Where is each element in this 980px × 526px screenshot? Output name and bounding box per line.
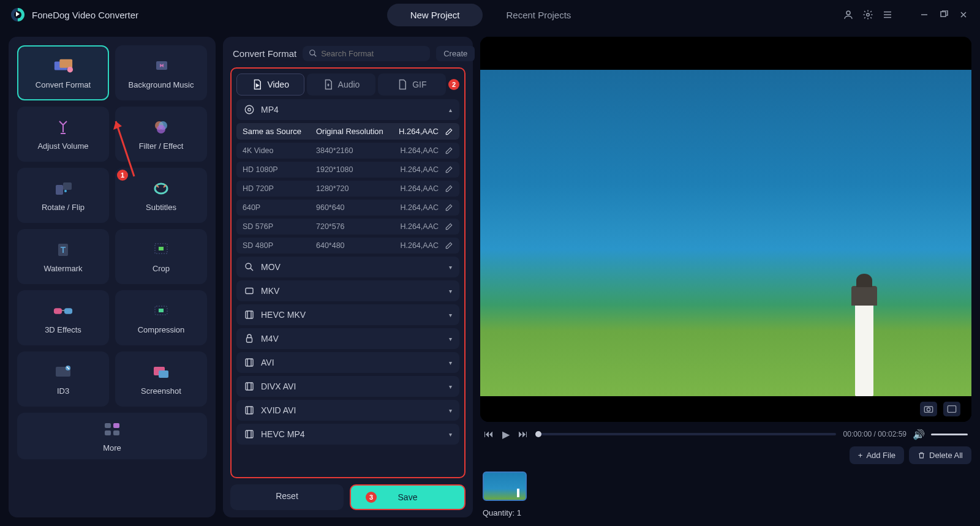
tool-convert-format[interactable]: Convert Format: [17, 45, 109, 100]
format-label: HEVC MKV: [261, 310, 306, 320]
save-label: Save: [398, 492, 418, 502]
format-list[interactable]: MP4▴ Same as SourceOriginal ResolutionH.…: [236, 99, 459, 472]
tool-rotate-flip[interactable]: Rotate / Flip: [17, 168, 109, 223]
add-file-button[interactable]: +Add File: [850, 446, 904, 464]
tool-adjust-volume[interactable]: Adjust Volume: [17, 107, 109, 162]
svg-point-29: [310, 50, 315, 55]
create-button[interactable]: Create: [436, 46, 475, 61]
tool-label: Adjust Volume: [37, 141, 88, 151]
format-label: XVID AVI: [261, 405, 296, 415]
format-group-hevc-mp4[interactable]: HEVC MP4▾: [236, 424, 459, 445]
preset-row[interactable]: 4K Video3840*2160H.264,AAC: [236, 143, 459, 159]
gif-file-icon: [397, 79, 408, 90]
format-label: DIVX AVI: [261, 381, 296, 391]
edit-icon[interactable]: [445, 184, 453, 193]
gear-icon[interactable]: [862, 9, 873, 20]
next-button[interactable]: ⏭: [518, 429, 528, 439]
search-input[interactable]: [321, 49, 424, 58]
edit-icon[interactable]: [445, 241, 453, 250]
format-tab-video[interactable]: Video: [236, 73, 304, 96]
preset-row[interactable]: SD 576P720*576H.264,AAC: [236, 219, 459, 235]
svg-rect-36: [246, 359, 253, 366]
tool-label: 3D Effects: [45, 325, 81, 334]
snapshot-button[interactable]: [920, 402, 937, 416]
time-display: 00:00:00 / 00:02:59: [843, 430, 907, 438]
video-frame[interactable]: [480, 70, 971, 396]
titlebar-left: FoneDog Video Converter: [11, 8, 138, 21]
film-icon: [244, 357, 255, 368]
menu-icon[interactable]: [882, 9, 893, 20]
format-group-avi[interactable]: AVI▾: [236, 352, 459, 373]
preset-row[interactable]: 640P960*640H.264,AAC: [236, 200, 459, 216]
chevron-up-icon: ▴: [449, 107, 452, 113]
file-thumbnails: [480, 470, 971, 502]
format-tabs: Video Audio GIF 2: [236, 73, 459, 96]
tool-background-music[interactable]: Background Music: [115, 45, 207, 100]
edit-icon[interactable]: [445, 222, 453, 231]
seek-bar[interactable]: [535, 433, 836, 435]
save-button[interactable]: 3 Save: [350, 484, 466, 510]
format-tab-audio[interactable]: Audio: [307, 73, 375, 96]
search-icon: [309, 49, 317, 58]
format-group-m4v[interactable]: M4V▾: [236, 328, 459, 349]
reset-button[interactable]: Reset: [230, 484, 344, 510]
tab-recent-projects[interactable]: Recent Projects: [483, 4, 594, 26]
letterbox-bottom: [480, 396, 971, 422]
format-group-hevc-mkv[interactable]: HEVC MKV▾: [236, 304, 459, 325]
tool-subtitles[interactable]: Subtitles: [115, 168, 207, 223]
prev-button[interactable]: ⏮: [484, 429, 494, 439]
tool-filter-effect[interactable]: Filter / Effect: [115, 107, 207, 162]
svg-point-0: [846, 11, 850, 15]
volume-icon[interactable]: 🔊: [914, 429, 924, 439]
format-group-mp4[interactable]: MP4▴: [236, 99, 459, 120]
mkv-icon: [244, 285, 255, 296]
film-icon: [244, 381, 255, 392]
tab-label: Audio: [338, 80, 360, 89]
edit-icon[interactable]: [445, 203, 453, 212]
format-label: MKV: [261, 286, 279, 296]
maximize-button[interactable]: [938, 9, 949, 20]
file-thumbnail[interactable]: [483, 472, 527, 501]
lighthouse-graphic: [843, 274, 886, 396]
tool-id3[interactable]: ID3: [17, 351, 109, 407]
tool-3d-effects[interactable]: 3D Effects: [17, 290, 109, 345]
fullscreen-button[interactable]: [943, 402, 960, 416]
tool-crop[interactable]: Crop: [115, 229, 207, 284]
tab-new-project[interactable]: New Project: [387, 4, 483, 26]
tool-compression[interactable]: Compression: [115, 290, 207, 345]
tool-screenshot[interactable]: Screenshot: [115, 351, 207, 407]
minimize-button[interactable]: [919, 9, 930, 20]
tool-watermark[interactable]: T Watermark: [17, 229, 109, 284]
volume-slider[interactable]: [931, 434, 968, 435]
audio-file-icon: [323, 79, 334, 90]
panel-header: Convert Format Create ✕: [230, 44, 466, 67]
tool-label: Subtitles: [146, 203, 176, 212]
play-button[interactable]: ▶: [501, 429, 511, 439]
tool-more[interactable]: More: [17, 413, 207, 459]
panel-footer: Reset 3 Save: [230, 478, 466, 510]
format-group-mov[interactable]: MOV▾: [236, 257, 459, 277]
edit-icon[interactable]: [445, 165, 453, 174]
format-group-divx-avi[interactable]: DIVX AVI▾: [236, 376, 459, 397]
close-button[interactable]: [958, 9, 969, 20]
chevron-down-icon: ▾: [449, 264, 452, 271]
format-selector: Video Audio GIF 2 MP4▴ Same as SourceOri…: [230, 67, 466, 478]
format-group-mkv[interactable]: MKV▾: [236, 280, 459, 301]
preset-row[interactable]: SD 480P640*480H.264,AAC: [236, 238, 459, 254]
delete-all-button[interactable]: Delete All: [909, 446, 971, 464]
trash-icon: [918, 451, 925, 459]
edit-icon[interactable]: [445, 146, 453, 155]
format-tab-gif[interactable]: GIF: [378, 73, 446, 96]
preset-row[interactable]: HD 720P1280*720H.264,AAC: [236, 181, 459, 197]
format-group-xvid-avi[interactable]: XVID AVI▾: [236, 400, 459, 421]
tool-label: Background Music: [129, 80, 194, 89]
preset-row[interactable]: HD 1080P1920*1080H.264,AAC: [236, 162, 459, 178]
search-box[interactable]: [303, 46, 430, 61]
svg-rect-39: [246, 430, 253, 438]
chevron-down-icon: ▾: [449, 431, 452, 438]
account-icon[interactable]: [843, 9, 854, 20]
svg-text:T: T: [61, 245, 66, 255]
svg-rect-37: [246, 383, 253, 390]
preset-row[interactable]: Same as SourceOriginal ResolutionH.264,A…: [236, 123, 459, 140]
edit-icon[interactable]: [445, 127, 453, 136]
